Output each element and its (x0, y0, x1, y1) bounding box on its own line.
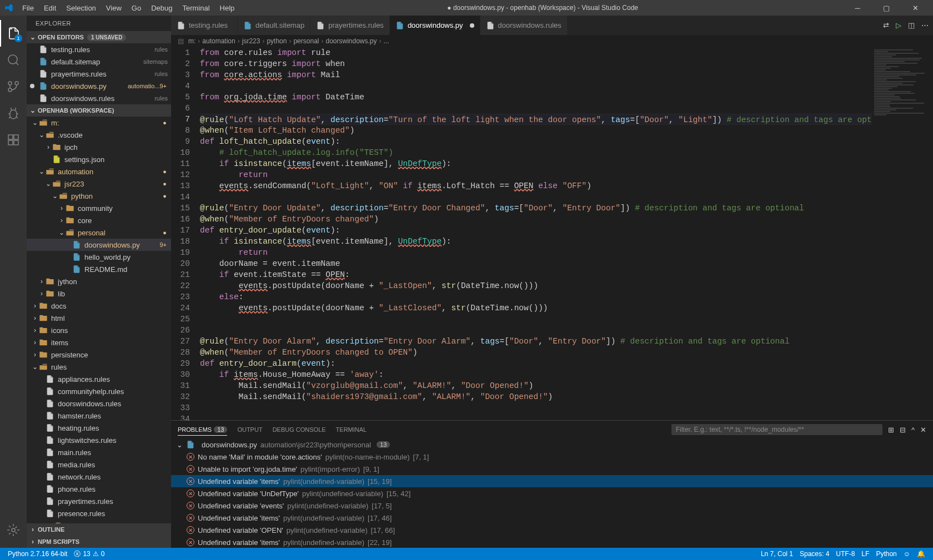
breadcrumb-segment[interactable]: jsr223 (242, 37, 260, 45)
folder-item[interactable]: ›html (27, 312, 171, 324)
folder-item[interactable]: ⌄.vscode (27, 129, 171, 141)
file-item[interactable]: network.rules (27, 471, 171, 483)
folder-item[interactable]: ›docs (27, 300, 171, 312)
editor-tab[interactable]: testing.rules (171, 16, 238, 35)
file-item[interactable]: phone.rules (27, 483, 171, 495)
debug-console-tab[interactable]: DEBUG CONSOLE (273, 424, 326, 435)
problem-item[interactable]: ✕Undefined variable 'items' pylint(undef… (171, 512, 933, 524)
file-item[interactable]: hamster.rules (27, 410, 171, 422)
open-editor-item[interactable]: doorswindows.rulesrules (27, 92, 171, 104)
minimap[interactable] (872, 47, 933, 420)
explorer-activity[interactable]: 1 (0, 20, 27, 47)
file-item[interactable]: presence.rules (27, 507, 171, 519)
file-item[interactable]: communityhelp.rules (27, 385, 171, 397)
file-item[interactable]: lightswitches.rules (27, 434, 171, 446)
editor-tab[interactable]: doorswindows.py (390, 16, 480, 35)
code-content[interactable]: from core.rules import rulefrom core.tri… (200, 47, 872, 420)
open-editor-item[interactable]: default.sitemapsitemaps (27, 56, 171, 68)
menu-debug[interactable]: Debug (147, 2, 177, 14)
close-panel-icon[interactable]: ✕ (920, 426, 926, 434)
editor-tab[interactable]: prayertimes.rules (310, 16, 390, 35)
file-item[interactable]: doorswindows.py9+ (27, 239, 171, 251)
run-icon[interactable]: ▷ (896, 21, 901, 29)
open-editor-item[interactable]: doorswindows.pyautomatio...9+ (27, 80, 171, 92)
breadcrumb-segment[interactable]: ... (384, 37, 389, 45)
folder-item[interactable]: ›jython (27, 275, 171, 287)
code-editor[interactable]: 1234567891011121314151617181920212223242… (171, 47, 872, 420)
file-item[interactable]: hello_world.py (27, 251, 171, 263)
maximize-button[interactable]: ▢ (875, 4, 897, 12)
minimize-button[interactable]: ─ (846, 4, 869, 12)
filter-options-icon[interactable]: ⊞ (888, 426, 894, 434)
status-encoding[interactable]: UTF-8 (832, 550, 858, 558)
workspace-header[interactable]: ⌄ OPENHAB (WORKSPACE) (27, 104, 171, 117)
terminal-tab[interactable]: TERMINAL (336, 424, 367, 435)
status-cursor[interactable]: Ln 7, Col 1 (758, 550, 796, 558)
breadcrumb[interactable]: ▤m:›automation›jsr223›python›personal›do… (171, 35, 933, 47)
outline-header[interactable]: › OUTLINE (27, 523, 171, 536)
file-item[interactable]: media.rules (27, 458, 171, 471)
folder-item[interactable]: ›icons (27, 324, 171, 336)
collapse-all-icon[interactable]: ⊟ (900, 426, 906, 434)
problems-tab[interactable]: PROBLEMS13 (178, 424, 227, 436)
problem-item[interactable]: ✕Undefined variable 'UnDefType' pylint(u… (171, 487, 933, 500)
file-item[interactable]: appliances.rules (27, 373, 171, 385)
close-button[interactable]: ✕ (904, 4, 926, 12)
status-problems[interactable]: ⓧ13 ⚠0 (71, 549, 108, 559)
file-item[interactable]: settings.json (27, 153, 171, 165)
menu-help[interactable]: Help (215, 2, 239, 14)
breadcrumb-segment[interactable]: m: (188, 37, 195, 45)
source-control-activity[interactable] (0, 73, 27, 100)
status-feedback-icon[interactable]: ☺ (900, 550, 914, 558)
breadcrumb-segment[interactable]: personal (293, 37, 319, 45)
folder-item[interactable]: ⌄rules (27, 361, 171, 373)
open-editor-item[interactable]: testing.rulesrules (27, 43, 171, 56)
debug-activity[interactable] (0, 100, 27, 127)
split-editor-icon[interactable]: ◫ (908, 21, 915, 29)
menu-terminal[interactable]: Terminal (178, 2, 214, 14)
status-indentation[interactable]: Spaces: 4 (796, 550, 832, 558)
editor-tab[interactable]: doorswindows.rules (480, 16, 568, 35)
folder-item[interactable]: ⌄jsr223● (27, 178, 171, 190)
file-item[interactable]: doorswindows.rules (27, 397, 171, 410)
compare-icon[interactable]: ⇄ (883, 21, 889, 29)
problem-item[interactable]: ✕Undefined variable 'events' pylint(unde… (171, 500, 933, 512)
folder-item[interactable]: ›core (27, 214, 171, 226)
maximize-panel-icon[interactable]: ^ (911, 426, 915, 434)
more-icon[interactable]: ⋯ (921, 21, 929, 29)
problem-item[interactable]: ✕Unable to import 'org.joda.time' pylint… (171, 463, 933, 475)
problem-file-group[interactable]: ⌄doorswindows.py automation\jsr223\pytho… (171, 438, 933, 451)
file-item[interactable]: prayertimes.rules (27, 495, 171, 507)
menu-selection[interactable]: Selection (62, 2, 100, 14)
status-language[interactable]: Python (872, 550, 900, 558)
menu-view[interactable]: View (102, 2, 126, 14)
folder-item[interactable]: ›community (27, 202, 171, 214)
status-bell-icon[interactable]: 🔔 (914, 550, 929, 558)
menu-file[interactable]: File (18, 2, 38, 14)
folder-item[interactable]: ›ipch (27, 141, 171, 153)
folder-item[interactable]: ⌄personal● (27, 226, 171, 239)
file-item[interactable]: main.rules (27, 446, 171, 458)
folder-item[interactable]: ⌄m:● (27, 117, 171, 129)
extensions-activity[interactable] (0, 127, 27, 153)
open-editor-item[interactable]: prayertimes.rulesrules (27, 68, 171, 80)
problem-item[interactable]: ✕No name 'Mail' in module 'core.actions'… (171, 451, 933, 463)
problems-filter-input[interactable] (671, 424, 882, 435)
folder-item[interactable]: ›items (27, 336, 171, 349)
file-item[interactable]: heating.rules (27, 422, 171, 434)
search-activity[interactable] (0, 47, 27, 73)
menu-edit[interactable]: Edit (39, 2, 61, 14)
open-editors-header[interactable]: ⌄ OPEN EDITORS 1 UNSAVED (27, 31, 171, 43)
breadcrumb-segment[interactable]: python (267, 37, 287, 45)
folder-item[interactable]: ›persistence (27, 349, 171, 361)
folder-item[interactable]: ⌄.vscode (27, 519, 171, 523)
folder-item[interactable]: ›lib (27, 287, 171, 300)
folder-item[interactable]: ⌄automation● (27, 165, 171, 178)
output-tab[interactable]: OUTPUT (237, 424, 262, 435)
settings-activity[interactable] (0, 517, 27, 543)
file-item[interactable]: README.md (27, 263, 171, 275)
npm-scripts-header[interactable]: › NPM SCRIPTS (27, 536, 171, 548)
status-eol[interactable]: LF (858, 550, 872, 558)
editor-tab[interactable]: default.sitemap (238, 16, 310, 35)
breadcrumb-segment[interactable]: automation (202, 37, 235, 45)
